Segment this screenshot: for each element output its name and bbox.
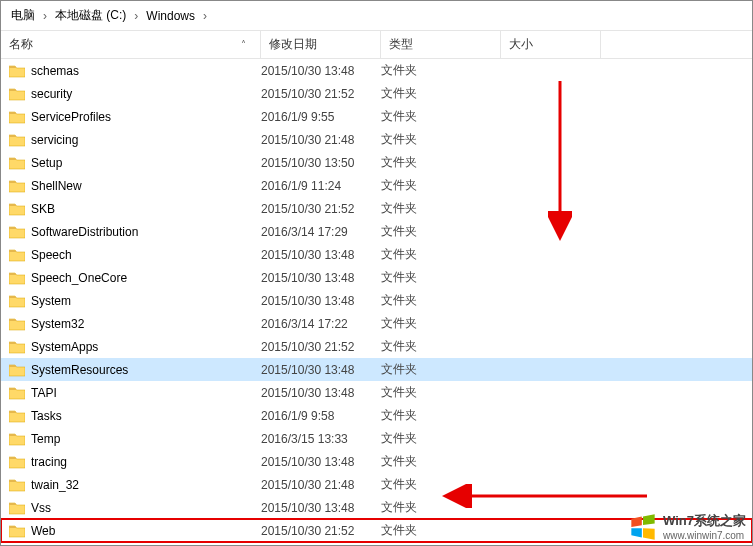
cell-name: Speech xyxy=(9,248,261,262)
cell-type: 文件夹 xyxy=(381,177,501,194)
cell-date: 2015/10/30 13:48 xyxy=(261,455,381,469)
file-name: ServiceProfiles xyxy=(31,110,111,124)
table-row[interactable]: Vss2015/10/30 13:48文件夹 xyxy=(1,496,752,519)
cell-type: 文件夹 xyxy=(381,108,501,125)
table-row[interactable]: System2015/10/30 13:48文件夹 xyxy=(1,289,752,312)
breadcrumb-item[interactable]: 电脑 xyxy=(7,7,39,24)
cell-name: servicing xyxy=(9,133,261,147)
table-row[interactable]: Tasks2016/1/9 9:58文件夹 xyxy=(1,404,752,427)
table-row[interactable]: SystemApps2015/10/30 21:52文件夹 xyxy=(1,335,752,358)
breadcrumb-item[interactable]: 本地磁盘 (C:) xyxy=(51,7,130,24)
table-row[interactable]: SKB2015/10/30 21:52文件夹 xyxy=(1,197,752,220)
cell-date: 2015/10/30 21:48 xyxy=(261,478,381,492)
file-name: SKB xyxy=(31,202,55,216)
cell-type: 文件夹 xyxy=(381,292,501,309)
cell-name: SystemResources xyxy=(9,363,261,377)
cell-name: Speech_OneCore xyxy=(9,271,261,285)
column-header-name[interactable]: 名称 ˄ xyxy=(1,31,261,58)
cell-date: 2015/10/30 13:48 xyxy=(261,501,381,515)
folder-icon xyxy=(9,64,25,78)
table-row[interactable]: Web2015/10/30 21:52文件夹 xyxy=(1,519,752,542)
file-name: Speech_OneCore xyxy=(31,271,127,285)
file-name: servicing xyxy=(31,133,78,147)
cell-type: 文件夹 xyxy=(381,131,501,148)
file-name: Web xyxy=(31,524,55,538)
folder-icon xyxy=(9,409,25,423)
table-row[interactable]: WinSxS2016/3/14 8:38文件夹 xyxy=(1,542,752,543)
cell-name: Vss xyxy=(9,501,261,515)
cell-name: TAPI xyxy=(9,386,261,400)
cell-date: 2015/10/30 13:48 xyxy=(261,363,381,377)
cell-date: 2016/3/14 17:22 xyxy=(261,317,381,331)
file-name: System xyxy=(31,294,71,308)
table-row[interactable]: schemas2015/10/30 13:48文件夹 xyxy=(1,59,752,82)
cell-name: SoftwareDistribution xyxy=(9,225,261,239)
cell-date: 2015/10/30 13:48 xyxy=(261,386,381,400)
cell-name: System32 xyxy=(9,317,261,331)
file-name: Speech xyxy=(31,248,72,262)
folder-icon xyxy=(9,225,25,239)
cell-name: SystemApps xyxy=(9,340,261,354)
file-name: Tasks xyxy=(31,409,62,423)
file-name: Setup xyxy=(31,156,62,170)
folder-icon xyxy=(9,110,25,124)
cell-name: ShellNew xyxy=(9,179,261,193)
file-name: SystemResources xyxy=(31,363,128,377)
column-header-label: 名称 xyxy=(9,36,33,53)
folder-icon xyxy=(9,501,25,515)
breadcrumb-item[interactable]: Windows xyxy=(142,9,199,23)
cell-name: twain_32 xyxy=(9,478,261,492)
cell-type: 文件夹 xyxy=(381,200,501,217)
breadcrumb[interactable]: 电脑 › 本地磁盘 (C:) › Windows › xyxy=(1,1,752,31)
table-row[interactable]: tracing2015/10/30 13:48文件夹 xyxy=(1,450,752,473)
cell-date: 2015/10/30 21:52 xyxy=(261,202,381,216)
column-header-type[interactable]: 类型 xyxy=(381,31,501,58)
folder-icon xyxy=(9,455,25,469)
table-row[interactable]: twain_322015/10/30 21:48文件夹 xyxy=(1,473,752,496)
cell-type: 文件夹 xyxy=(381,384,501,401)
table-row[interactable]: SoftwareDistribution2016/3/14 17:29文件夹 xyxy=(1,220,752,243)
table-row[interactable]: Speech_OneCore2015/10/30 13:48文件夹 xyxy=(1,266,752,289)
cell-date: 2015/10/30 21:52 xyxy=(261,340,381,354)
file-name: SoftwareDistribution xyxy=(31,225,138,239)
cell-date: 2015/10/30 13:48 xyxy=(261,271,381,285)
file-name: TAPI xyxy=(31,386,57,400)
folder-icon xyxy=(9,294,25,308)
table-row[interactable]: Speech2015/10/30 13:48文件夹 xyxy=(1,243,752,266)
chevron-right-icon: › xyxy=(199,9,211,23)
folder-icon xyxy=(9,156,25,170)
column-header-label: 类型 xyxy=(389,36,413,53)
folder-icon xyxy=(9,340,25,354)
file-name: Vss xyxy=(31,501,51,515)
table-row[interactable]: security2015/10/30 21:52文件夹 xyxy=(1,82,752,105)
cell-type: 文件夹 xyxy=(381,154,501,171)
cell-name: ServiceProfiles xyxy=(9,110,261,124)
file-name: Temp xyxy=(31,432,60,446)
cell-name: schemas xyxy=(9,64,261,78)
table-row[interactable]: ServiceProfiles2016/1/9 9:55文件夹 xyxy=(1,105,752,128)
folder-icon xyxy=(9,524,25,538)
folder-icon xyxy=(9,202,25,216)
folder-icon xyxy=(9,363,25,377)
cell-name: tracing xyxy=(9,455,261,469)
table-row[interactable]: SystemResources2015/10/30 13:48文件夹 xyxy=(1,358,752,381)
column-header-size[interactable]: 大小 xyxy=(501,31,601,58)
folder-icon xyxy=(9,271,25,285)
table-row[interactable]: System322016/3/14 17:22文件夹 xyxy=(1,312,752,335)
file-name: tracing xyxy=(31,455,67,469)
table-row[interactable]: TAPI2015/10/30 13:48文件夹 xyxy=(1,381,752,404)
column-header-label: 修改日期 xyxy=(269,36,317,53)
folder-icon xyxy=(9,317,25,331)
cell-type: 文件夹 xyxy=(381,430,501,447)
cell-date: 2015/10/30 13:48 xyxy=(261,64,381,78)
table-row[interactable]: ShellNew2016/1/9 11:24文件夹 xyxy=(1,174,752,197)
cell-name: System xyxy=(9,294,261,308)
table-row[interactable]: servicing2015/10/30 21:48文件夹 xyxy=(1,128,752,151)
file-list[interactable]: schemas2015/10/30 13:48文件夹security2015/1… xyxy=(1,59,752,543)
cell-date: 2016/3/15 13:33 xyxy=(261,432,381,446)
column-header-date[interactable]: 修改日期 xyxy=(261,31,381,58)
table-row[interactable]: Temp2016/3/15 13:33文件夹 xyxy=(1,427,752,450)
cell-type: 文件夹 xyxy=(381,269,501,286)
table-row[interactable]: Setup2015/10/30 13:50文件夹 xyxy=(1,151,752,174)
cell-date: 2015/10/30 13:48 xyxy=(261,294,381,308)
